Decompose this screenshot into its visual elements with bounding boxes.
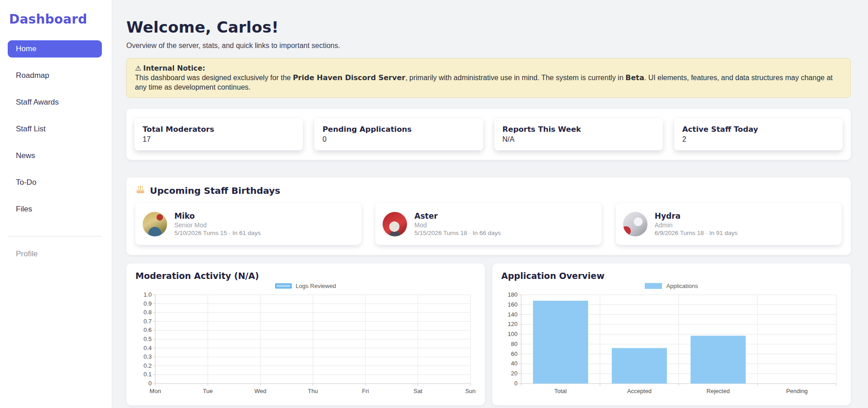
stat-label: Active Staff Today <box>682 125 834 134</box>
notice-text: This dashboard was designed exclusively … <box>135 74 293 82</box>
birthday-detail: 6/9/2026 Turns 18 · In 91 days <box>655 230 738 236</box>
stat-label: Pending Applications <box>322 125 475 134</box>
notice-title: Internal Notice: <box>143 64 205 72</box>
stat-card-active-staff-today: Active Staff Today 2 <box>674 118 843 150</box>
svg-text:Sun: Sun <box>465 388 475 394</box>
birthday-card-miko: Miko Senior Mod 5/10/2026 Turns 15 · In … <box>135 203 361 245</box>
birthdays-section: Upcoming Staff Birthdays Miko Senior Mod… <box>126 178 851 255</box>
birthday-card-aster: Aster Mod 5/15/2026 Turns 18 · In 66 day… <box>375 203 601 245</box>
application-overview-chart-card: Application Overview Applications 020406… <box>492 264 851 405</box>
chart-legend[interactable]: Logs Reviewed <box>135 283 476 289</box>
svg-text:0.1: 0.1 <box>144 371 152 378</box>
sidebar-divider <box>8 236 102 236</box>
birthday-detail: 5/15/2026 Turns 18 · In 66 days <box>414 230 501 236</box>
moderation-activity-chart-card: Moderation Activity (N/A) Logs Reviewed … <box>126 264 485 405</box>
stat-value: 2 <box>682 135 834 144</box>
svg-text:20: 20 <box>511 370 518 377</box>
svg-text:0.4: 0.4 <box>144 345 152 351</box>
svg-text:160: 160 <box>508 301 518 308</box>
page-subtitle: Overview of the server, stats, and quick… <box>126 42 851 50</box>
sidebar-item-files[interactable]: Files <box>8 201 102 218</box>
svg-text:Total: Total <box>554 388 567 394</box>
svg-text:80: 80 <box>511 341 518 347</box>
svg-text:Pending: Pending <box>786 388 808 394</box>
legend-swatch <box>645 283 662 289</box>
stat-value: 0 <box>322 135 475 144</box>
legend-label: Applications <box>666 283 698 289</box>
warning-icon: ⚠ <box>135 64 141 72</box>
birthday-detail: 5/10/2026 Turns 15 · In 61 days <box>174 230 261 236</box>
birthdays-section-title: Upcoming Staff Birthdays <box>150 185 280 196</box>
svg-text:0.2: 0.2 <box>144 362 152 369</box>
svg-text:Wed: Wed <box>254 388 267 394</box>
chart-title: Moderation Activity (N/A) <box>135 271 476 281</box>
stats-section: Total Moderators 17 Pending Applications… <box>126 109 851 160</box>
stat-label: Reports This Week <box>503 125 655 134</box>
birthday-role: Mod <box>414 221 501 229</box>
birthday-name: Hydra <box>655 211 738 221</box>
stat-value: N/A <box>503 135 655 144</box>
svg-text:0.8: 0.8 <box>144 309 152 316</box>
avatar <box>383 212 407 236</box>
chart-title: Application Overview <box>501 271 842 281</box>
page-title: Welcome, Carlos! <box>126 18 851 36</box>
svg-text:Mon: Mon <box>149 388 161 394</box>
svg-text:1.0: 1.0 <box>144 291 152 298</box>
svg-text:0: 0 <box>149 380 152 387</box>
sidebar-item-staff-awards[interactable]: Staff Awards <box>8 94 102 111</box>
legend-label: Logs Reviewed <box>296 283 336 289</box>
sidebar-secondary-nav: Profile <box>0 245 112 263</box>
chart-legend[interactable]: Applications <box>501 283 842 289</box>
svg-text:120: 120 <box>508 321 518 328</box>
birthday-cake-icon <box>135 185 145 197</box>
stat-value: 17 <box>143 135 295 144</box>
sidebar-item-news[interactable]: News <box>8 147 102 164</box>
sidebar-item-staff-list[interactable]: Staff List <box>8 120 102 138</box>
svg-text:40: 40 <box>511 360 518 367</box>
sidebar-item-home[interactable]: Home <box>8 40 102 58</box>
svg-text:Accepted: Accepted <box>627 388 652 394</box>
sidebar-item-roadmap[interactable]: Roadmap <box>8 67 102 84</box>
chart-canvas: 00.10.20.30.40.50.60.70.80.91.0MonTueWed… <box>135 291 476 401</box>
svg-text:0.9: 0.9 <box>144 300 152 307</box>
svg-text:Tue: Tue <box>203 388 213 394</box>
stat-card-reports-this-week: Reports This Week N/A <box>494 118 663 150</box>
svg-text:0.5: 0.5 <box>144 336 152 342</box>
birthday-name: Aster <box>414 211 501 221</box>
notice-text-mid: , primarily with administrative use in m… <box>405 74 625 82</box>
sidebar: Dashboard Home Roadmap Staff Awards Staf… <box>0 0 112 408</box>
svg-text:0.6: 0.6 <box>144 327 152 334</box>
chart-canvas: 020406080100120140160180TotalAcceptedRej… <box>501 291 842 401</box>
svg-text:140: 140 <box>508 311 518 318</box>
svg-text:Rejected: Rejected <box>706 388 729 394</box>
stat-label: Total Moderators <box>143 125 295 134</box>
legend-swatch <box>275 283 292 288</box>
stat-card-pending-applications: Pending Applications 0 <box>314 118 483 150</box>
svg-text:0: 0 <box>514 380 518 387</box>
internal-notice-banner: ⚠ Internal Notice: This dashboard was de… <box>126 58 851 98</box>
svg-text:60: 60 <box>511 350 518 357</box>
avatar <box>623 212 647 236</box>
svg-text:180: 180 <box>508 291 518 298</box>
svg-text:100: 100 <box>508 331 518 338</box>
notice-beta-label: Beta <box>625 73 644 82</box>
main-content: Welcome, Carlos! Overview of the server,… <box>112 0 868 408</box>
sidebar-item-profile[interactable]: Profile <box>8 245 102 263</box>
birthday-card-hydra: Hydra Admin 6/9/2026 Turns 18 · In 91 da… <box>616 203 842 245</box>
stat-card-total-moderators: Total Moderators 17 <box>134 118 303 150</box>
svg-text:Sat: Sat <box>413 388 422 394</box>
sidebar-nav: Home Roadmap Staff Awards Staff List New… <box>0 40 112 218</box>
sidebar-item-todo[interactable]: To-Do <box>8 174 102 191</box>
svg-text:Fri: Fri <box>362 388 369 394</box>
birthday-role: Admin <box>655 221 738 229</box>
notice-server-name: Pride Haven Discord Server <box>293 73 406 82</box>
svg-text:0.3: 0.3 <box>144 354 152 360</box>
avatar <box>143 212 167 236</box>
app-title: Dashboard <box>0 0 112 27</box>
birthday-name: Miko <box>174 211 261 221</box>
svg-text:Thu: Thu <box>308 388 318 394</box>
birthday-role: Senior Mod <box>174 221 261 229</box>
svg-text:0.7: 0.7 <box>144 318 152 325</box>
